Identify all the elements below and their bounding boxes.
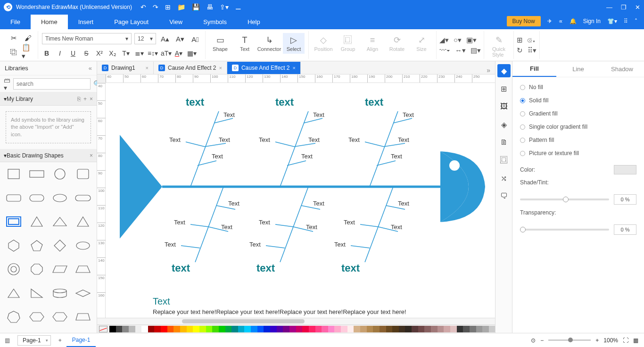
zoom-out-icon[interactable]: − [540, 337, 544, 344]
shape-triangle2[interactable] [50, 214, 70, 230]
collapse-panel-icon[interactable]: « [89, 65, 92, 72]
shape-diamond[interactable] [50, 238, 70, 254]
radio-single-gradient[interactable]: Single color gradient fill [520, 124, 636, 130]
shape-pill[interactable] [27, 190, 46, 206]
shape-square[interactable] [4, 166, 23, 182]
page-tab[interactable]: Page-1 [66, 333, 96, 347]
color-swatch[interactable] [283, 326, 289, 332]
connector-tool[interactable]: ↳Connector [258, 33, 280, 54]
color-swatch[interactable] [141, 326, 148, 332]
menu-view[interactable]: View [159, 15, 193, 29]
zoom-slider[interactable] [548, 339, 591, 341]
color-swatch[interactable] [277, 326, 283, 332]
shade-value[interactable]: 0 % [614, 194, 636, 205]
import-icon[interactable]: ⎘ [77, 96, 81, 102]
radio-pattern-fill[interactable]: Pattern fill [520, 137, 636, 143]
color-swatch[interactable] [328, 326, 335, 332]
color-swatch[interactable] [109, 326, 116, 332]
text-annotation-button[interactable]: aT▾ [161, 50, 170, 57]
shape-hexagon[interactable] [4, 238, 23, 254]
comment-panel-icon[interactable]: 🗨 [497, 190, 511, 203]
fit-page-icon[interactable]: ⛶ [623, 337, 628, 344]
more-icon[interactable]: ⚊ [235, 3, 241, 11]
transparency-value[interactable]: 0 % [614, 224, 636, 235]
menu-help[interactable]: Help [237, 15, 271, 29]
shape-donut[interactable] [4, 261, 23, 277]
shadow-icon[interactable]: ▣▾ [466, 36, 477, 44]
color-swatch[interactable] [257, 326, 264, 332]
shape-hex2[interactable] [27, 309, 46, 325]
color-swatch[interactable] [412, 326, 418, 332]
color-swatch[interactable] [219, 326, 225, 332]
tab-line[interactable]: Line [556, 61, 600, 77]
layers-panel-icon[interactable]: ◈ [497, 118, 511, 131]
color-swatch[interactable] [386, 326, 393, 332]
color-swatch[interactable] [251, 326, 257, 332]
bullets-button[interactable]: ≣▾ [134, 50, 144, 57]
redo-icon[interactable]: ↷ [153, 3, 158, 11]
shape-pentagon[interactable] [27, 238, 46, 254]
shape-rounded2[interactable] [4, 190, 23, 206]
doc-tab-0[interactable]: DDrawing1× [97, 62, 154, 74]
minimize-icon[interactable]: — [606, 4, 612, 11]
color-swatch[interactable] [470, 326, 476, 332]
select-tool[interactable]: ▷Select [283, 33, 305, 54]
shape-hex3[interactable] [50, 309, 70, 325]
fill-style-icon[interactable]: ▤▾ [471, 46, 481, 55]
clear-format-icon[interactable]: A⃠ [189, 33, 201, 45]
radio-solid-fill[interactable]: Solid fill [520, 97, 636, 104]
shape-rect[interactable] [27, 166, 46, 182]
color-swatch[interactable] [187, 326, 193, 332]
transparency-slider[interactable] [520, 229, 609, 231]
color-swatch[interactable] [129, 326, 135, 332]
menu-home[interactable]: Home [31, 15, 68, 29]
shape-rounded[interactable] [74, 166, 93, 182]
restore-icon[interactable]: ❐ [621, 4, 627, 11]
paste-icon[interactable]: 📋▾ [22, 46, 34, 58]
text-tool[interactable]: TText [234, 33, 256, 54]
apps-icon[interactable]: ⠿ [624, 18, 628, 25]
buy-now-button[interactable]: Buy Now [507, 16, 541, 26]
horizontal-scrollbar[interactable] [97, 318, 495, 324]
subscript-button[interactable]: X₂ [108, 50, 117, 57]
font-size-dropdown[interactable]: 12▾ [134, 33, 156, 44]
doc-tab-2[interactable]: DCause And Effect 2× [227, 62, 301, 74]
undo-icon[interactable]: ↶ [140, 3, 146, 11]
bell-icon[interactable]: 🔔 [570, 18, 577, 25]
color-swatch[interactable] [482, 326, 489, 332]
font-color-button[interactable]: A▾ [174, 50, 183, 57]
doc-tab-1[interactable]: DCause And Effect 2× [154, 62, 227, 74]
color-swatch[interactable] [148, 326, 155, 332]
strike-button[interactable]: S [82, 50, 91, 57]
close-section-icon[interactable]: × [90, 96, 93, 102]
library-add-icon[interactable]: 🗃▾ [4, 76, 10, 91]
color-swatch[interactable] [373, 326, 380, 332]
menu-symbols[interactable]: Symbols [193, 15, 237, 29]
color-swatch[interactable] [405, 326, 412, 332]
shade-slider[interactable] [520, 198, 609, 200]
color-swatch[interactable] [438, 326, 444, 332]
color-swatch[interactable] [296, 326, 303, 332]
color-swatch[interactable] [212, 326, 219, 332]
user-icon[interactable]: 👕▾ [607, 18, 617, 25]
same-width-icon[interactable]: ⊞ [517, 36, 523, 44]
italic-button[interactable]: I [55, 50, 65, 57]
close-tab-icon[interactable]: × [292, 65, 295, 71]
shape-triangle[interactable] [27, 214, 46, 230]
radio-gradient-fill[interactable]: Gradient fill [520, 110, 636, 117]
color-swatch[interactable] [360, 326, 367, 332]
color-swatch[interactable] [238, 326, 245, 332]
zoom-in-icon[interactable]: + [595, 337, 599, 344]
increase-font-icon[interactable]: A▴ [159, 33, 171, 45]
color-swatch[interactable] [309, 326, 315, 332]
color-swatch[interactable] [399, 326, 405, 332]
color-swatch[interactable] [135, 326, 142, 332]
fill-panel-icon[interactable]: ◆ [497, 64, 511, 77]
shape-parallelogram[interactable] [50, 261, 70, 277]
color-swatch[interactable] [476, 326, 483, 332]
search-input[interactable] [13, 78, 91, 90]
color-swatch[interactable] [116, 326, 123, 332]
layout-panel-icon[interactable]: ⿴ [497, 154, 511, 167]
add-icon[interactable]: + [83, 96, 87, 102]
shape-ellipse[interactable] [50, 190, 70, 206]
